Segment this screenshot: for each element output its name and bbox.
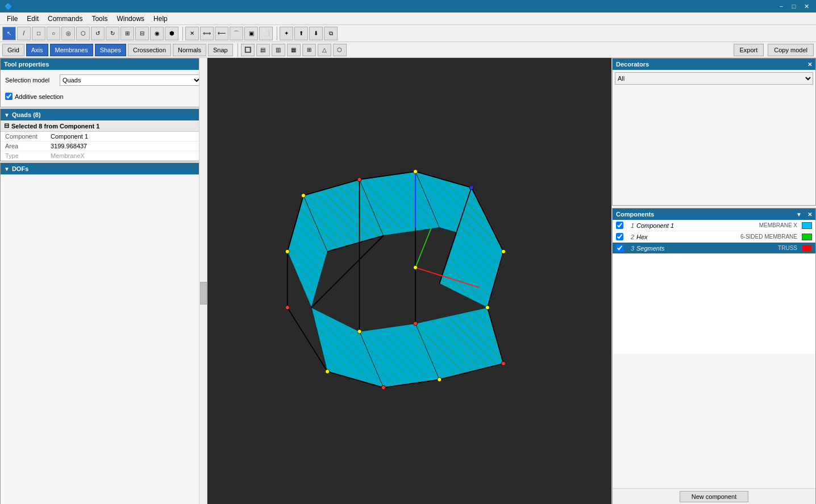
menu-windows[interactable]: Windows [112,14,149,24]
snap-button[interactable]: Snap [208,44,233,56]
component-row-2[interactable]: 2 Hex 6-SIDED MEMBRANE [613,231,815,243]
additive-selection-checkbox[interactable] [5,93,13,100]
title-bar: 🔷 − □ ✕ [0,0,816,13]
unfill-tool[interactable]: ⬜ [259,27,273,40]
hex-tool[interactable]: ⬢ [165,27,178,40]
copy-model-button[interactable]: Copy model [768,44,814,56]
component-1-num: 1 [626,222,634,229]
shell-tool[interactable]: ⬡ [76,27,90,40]
tool-properties-header: Tool properties ✕ [1,59,206,70]
view-icon-1[interactable]: 🔲 [241,44,255,56]
split-v-tool[interactable]: ⟵ [215,27,228,40]
cross-tool[interactable]: ✕ [185,27,199,40]
tool-properties-body: Selection model Quads Nodes Elements Add… [1,70,206,107]
quads-group-label: Selected 8 from Component 1 [11,123,99,130]
crossection-button[interactable]: Crossection [128,44,171,56]
pattern2-tool[interactable]: ⊟ [135,27,149,40]
grid-pattern-tool[interactable]: ⊞ [120,27,134,40]
split-h-tool[interactable]: ⟺ [200,27,214,40]
components-close[interactable]: ✕ [807,211,812,218]
minimize-button[interactable]: − [776,2,786,10]
tool-properties-panel: Tool properties ✕ Selection model Quads … [0,58,207,107]
quads-body: ⊟ Selected 8 from Component 1 Component … [1,120,206,161]
copy-tool[interactable]: ⧉ [324,27,338,40]
shapes-button[interactable]: Shapes [95,44,126,56]
line-tool[interactable]: / [17,27,31,40]
decorators-header: Decorators ✕ [613,59,815,70]
quads-collapse-arrow[interactable]: ▼ [4,112,10,118]
view-icon-7[interactable]: ⬡ [333,44,347,56]
quads-collapse[interactable]: ⊟ [4,122,9,130]
svg-point-48 [301,194,305,198]
membranes-button[interactable]: Membranes [50,44,93,56]
extend-tool[interactable]: ⬇ [309,27,323,40]
vertical-scrollbar[interactable] [199,58,207,504]
components-controls: ▼ ✕ [796,211,812,218]
grid-button[interactable]: Grid [2,44,24,56]
maximize-button[interactable]: □ [789,2,799,10]
decorators-close[interactable]: ✕ [807,61,812,68]
components-collapse[interactable]: ▼ [796,211,802,218]
component-2-name: Hex [636,234,738,240]
decorators-filter[interactable]: All [615,72,813,85]
svg-point-52 [501,249,505,253]
view-icon-6[interactable]: △ [318,44,331,56]
quads-group-header: ⊟ Selected 8 from Component 1 [1,120,206,132]
pointer-tool[interactable]: ↖ [2,27,16,40]
component-2-checkbox[interactable] [616,233,623,240]
view-icon-5[interactable]: ⊞ [302,44,316,56]
dofs-collapse-arrow[interactable]: ▼ [4,166,10,172]
view-icon-3[interactable]: ▥ [272,44,285,56]
component-row-1[interactable]: 1 Component 1 MEMBRANE X [613,220,815,231]
quads-panel: ▼ Quads (8) ✕ ⊟ Selected 8 from Componen… [0,109,207,161]
angle-tool[interactable]: ⌒ [230,27,243,40]
svg-point-66 [414,322,418,326]
menu-file[interactable]: File [2,14,22,24]
right-panel: Decorators ✕ All Components ▼ ✕ [611,58,816,504]
move-tool[interactable]: ✦ [280,27,293,40]
undo-tool[interactable]: ↺ [91,27,105,40]
canvas-svg [207,58,611,504]
redo-tool[interactable]: ↻ [106,27,119,40]
component-1-checkbox[interactable] [616,222,623,229]
circle-tool[interactable]: ○ [47,27,60,40]
component-3-type: TRUSS [778,245,797,251]
menu-commands[interactable]: Commands [43,14,87,24]
normals-button[interactable]: Normals [173,44,206,56]
ellipse-tool[interactable]: ◎ [61,27,75,40]
component-3-checkbox[interactable] [616,244,623,252]
link-tool[interactable]: ⬆ [294,27,308,40]
new-component-button[interactable]: New component [680,491,749,502]
view-toolbar: Grid Axis Membranes Shapes Crossection N… [0,42,816,58]
quads-table: Component Component 1 Area 3199.968437 T… [1,132,206,161]
left-panel: Tool properties ✕ Selection model Quads … [0,58,207,504]
axis-button[interactable]: Axis [26,44,48,56]
toolbar-separator-2 [275,27,277,40]
table-row: Type MembraneX [1,151,206,161]
dofs-body [1,174,206,243]
svg-point-60 [357,330,361,334]
svg-point-55 [438,377,442,381]
fill-tool[interactable]: ▣ [244,27,258,40]
menu-help[interactable]: Help [149,14,172,24]
selection-model-select[interactable]: Quads Nodes Elements [60,74,202,86]
main-layout: Tool properties ✕ Selection model Quads … [0,58,816,504]
scroll-thumb[interactable] [200,282,207,305]
component-1-name: Component 1 [636,222,757,229]
area-value: 3199.968437 [46,141,206,151]
component-row-3[interactable]: 3 Segments TRUSS [613,243,815,254]
components-body: 1 Component 1 MEMBRANE X 2 Hex 6-SIDED M… [613,220,815,354]
close-button[interactable]: ✕ [801,2,811,10]
decorators-panel: Decorators ✕ All [612,58,816,206]
rect-tool[interactable]: □ [32,27,45,40]
svg-point-62 [285,306,289,310]
canvas-area[interactable] [207,58,611,504]
menu-edit[interactable]: Edit [22,14,43,24]
dofs-panel: ▼ DOFs ✕ [0,163,207,504]
round-tool[interactable]: ◉ [150,27,164,40]
view-icon-2[interactable]: ▤ [256,44,270,56]
decorators-title: Decorators [616,61,649,68]
export-button[interactable]: Export [734,44,764,56]
view-icon-4[interactable]: ▦ [287,44,301,56]
menu-tools[interactable]: Tools [87,14,112,24]
